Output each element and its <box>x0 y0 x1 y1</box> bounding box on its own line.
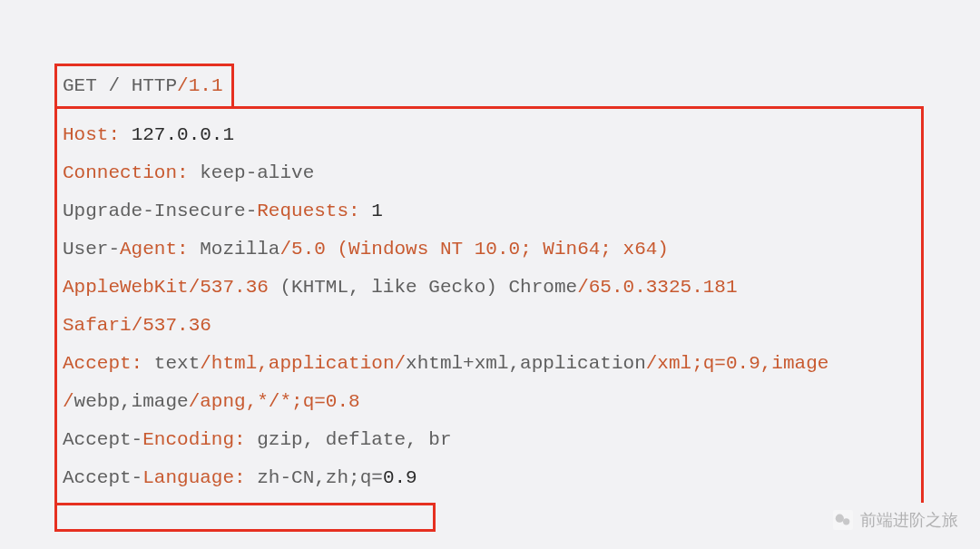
svg-point-0 <box>836 515 844 523</box>
watermark-text: 前端进阶之旅 <box>860 509 958 531</box>
bottom-empty-box <box>54 503 436 532</box>
header-upgrade-insecure-requests: Upgrade-Insecure-Requests: 1 <box>63 192 916 230</box>
headers-box: Host: 127.0.0.1 Connection: keep-alive U… <box>54 106 924 503</box>
http-path: / <box>108 75 120 96</box>
header-accept-language: Accept-Language: zh-CN,zh;q=0.9 <box>63 459 916 497</box>
header-user-agent-cont2: Safari/537.36 <box>63 307 916 345</box>
header-accept: Accept: text/html,application/xhtml+xml,… <box>63 345 916 383</box>
svg-point-1 <box>843 518 849 524</box>
header-accept-encoding: Accept-Encoding: gzip, deflate, br <box>63 421 916 459</box>
http-protocol: HTTP <box>132 75 177 96</box>
header-accept-cont: /webp,image/apng,*/*;q=0.8 <box>63 383 916 421</box>
http-version: 1.1 <box>189 75 223 96</box>
header-host: Host: 127.0.0.1 <box>63 116 916 154</box>
wechat-icon <box>833 510 853 530</box>
http-method: GET <box>63 75 97 96</box>
http-request-diagram: GET / HTTP/1.1 Host: 127.0.0.1 Connectio… <box>54 64 926 532</box>
header-user-agent: User-Agent: Mozilla/5.0 (Windows NT 10.0… <box>63 230 916 269</box>
header-user-agent-cont: AppleWebKit/537.36 (KHTML, like Gecko) C… <box>63 269 916 307</box>
request-line-box: GET / HTTP/1.1 <box>54 64 234 106</box>
watermark: 前端进阶之旅 <box>833 509 958 531</box>
header-connection: Connection: keep-alive <box>63 154 916 192</box>
